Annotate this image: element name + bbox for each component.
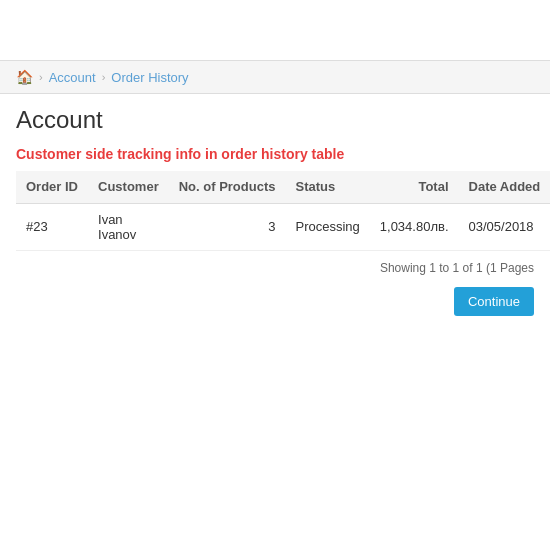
breadcrumb-account[interactable]: Account: [49, 70, 96, 85]
pagination-info: Showing 1 to 1 of 1 (1 Pages: [0, 251, 550, 281]
home-icon[interactable]: 🏠: [16, 69, 33, 85]
page-title: Account: [0, 94, 550, 142]
continue-area: Continue: [0, 281, 550, 322]
cell-status: Processing: [285, 203, 369, 250]
col-header-order-id: Order ID: [16, 171, 88, 203]
col-header-total: Total: [370, 171, 459, 203]
breadcrumb-sep-2: ›: [102, 71, 106, 83]
cell-date-added: 03/05/2018: [459, 203, 550, 250]
col-header-date-added: Date Added: [459, 171, 550, 203]
col-header-customer: Customer: [88, 171, 169, 203]
table-row: #23 Ivan Ivanov 3 Processing 1,034.80лв.…: [16, 203, 550, 250]
col-header-no-of-products: No. of Products: [169, 171, 286, 203]
cell-no-of-products: 3: [169, 203, 286, 250]
annotation-banner: Customer side tracking info in order his…: [0, 142, 550, 170]
cell-order-id: #23: [16, 203, 88, 250]
breadcrumb-sep-1: ›: [39, 71, 43, 83]
col-header-status: Status: [285, 171, 369, 203]
table-container: Order ID Customer No. of Products Status…: [0, 170, 550, 251]
breadcrumb-order-history: Order History: [111, 70, 188, 85]
continue-button[interactable]: Continue: [454, 287, 534, 316]
orders-table: Order ID Customer No. of Products Status…: [16, 170, 550, 251]
breadcrumb: 🏠 › Account › Order History: [0, 60, 550, 94]
annotation-text: Customer side tracking info in order his…: [16, 146, 344, 162]
cell-customer: Ivan Ivanov: [88, 203, 169, 250]
cell-total: 1,034.80лв.: [370, 203, 459, 250]
